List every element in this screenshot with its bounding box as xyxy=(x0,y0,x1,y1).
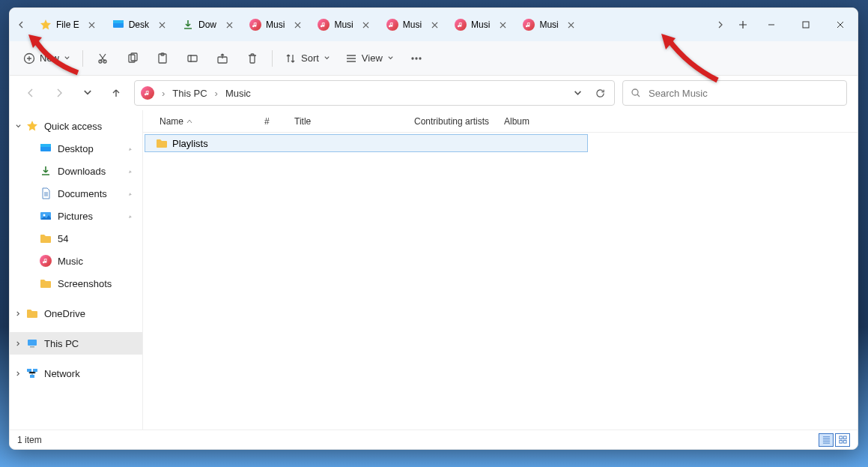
refresh-button[interactable] xyxy=(592,85,608,101)
sidebar-this-pc[interactable]: This PC xyxy=(10,332,142,355)
breadcrumb-this-pc[interactable]: This PC xyxy=(172,88,207,99)
svg-rect-1 xyxy=(113,20,124,23)
svg-rect-20 xyxy=(28,340,37,346)
breadcrumb-root-icon[interactable] xyxy=(141,86,154,100)
sidebar-item-54[interactable]: 54 xyxy=(10,227,142,250)
sidebar-item-screenshots[interactable]: Screenshots xyxy=(10,272,142,295)
sidebar-item-label: Network xyxy=(44,368,80,379)
tab-close[interactable] xyxy=(85,18,99,31)
sidebar-network[interactable]: Network xyxy=(10,362,142,385)
column-contrib[interactable]: Contributing artists xyxy=(408,116,498,127)
chevron-right-icon[interactable] xyxy=(13,340,23,347)
tab-close[interactable] xyxy=(496,18,509,31)
cut-button[interactable] xyxy=(89,46,116,70)
desktop-icon xyxy=(112,19,124,31)
tab-scroll-right[interactable] xyxy=(709,8,732,41)
pictures-icon xyxy=(40,210,52,222)
svg-point-19 xyxy=(43,214,46,217)
column-title[interactable]: Title xyxy=(288,116,408,127)
chevron-right-icon[interactable] xyxy=(13,310,23,317)
star-icon xyxy=(26,120,38,132)
tab-music[interactable]: Musi xyxy=(515,12,582,37)
view-button[interactable]: View xyxy=(339,46,400,70)
column-label: Title xyxy=(294,116,311,127)
tab-music[interactable]: Musi xyxy=(447,12,514,37)
sidebar-onedrive[interactable]: OneDrive xyxy=(10,302,142,325)
search-input[interactable] xyxy=(647,87,839,100)
svg-rect-2 xyxy=(803,22,809,28)
column-album[interactable]: Album xyxy=(498,116,580,127)
recent-button[interactable] xyxy=(77,82,98,103)
sidebar-item-label: Desktop xyxy=(58,143,94,154)
tab-scroll-left[interactable] xyxy=(10,8,32,41)
sidebar-item-documents[interactable]: Documents xyxy=(10,182,142,205)
column-name[interactable]: Name xyxy=(154,116,258,127)
tab-close[interactable] xyxy=(155,18,169,31)
address-bar[interactable]: › This PC › Music xyxy=(134,80,615,106)
breadcrumb-music[interactable]: Music xyxy=(225,88,251,99)
minimize-button[interactable] xyxy=(754,8,789,41)
back-button[interactable] xyxy=(20,82,41,103)
sidebar-item-music[interactable]: Music xyxy=(10,250,142,272)
separator xyxy=(82,50,83,67)
separator xyxy=(272,50,273,67)
sidebar-item-pictures[interactable]: Pictures xyxy=(10,205,142,227)
forward-button[interactable] xyxy=(49,82,70,103)
details-view-button[interactable] xyxy=(819,433,834,447)
chevron-right-icon[interactable] xyxy=(13,370,23,377)
tab-music[interactable]: Musi xyxy=(242,12,309,37)
view-switch xyxy=(819,433,850,447)
sort-button[interactable]: Sort xyxy=(279,46,336,70)
search-box[interactable] xyxy=(622,80,847,106)
thumbnails-view-button[interactable] xyxy=(835,433,850,447)
delete-button[interactable] xyxy=(239,46,266,70)
tab-close[interactable] xyxy=(565,18,578,31)
new-tab-button[interactable] xyxy=(732,8,754,41)
sidebar-item-label: Downloads xyxy=(58,166,106,177)
copy-button[interactable] xyxy=(119,46,146,70)
tab-close[interactable] xyxy=(359,18,373,31)
chevron-right-icon[interactable]: › xyxy=(213,88,219,99)
maximize-button[interactable] xyxy=(789,8,823,41)
tab-label: Musi xyxy=(471,19,490,30)
rename-button[interactable] xyxy=(179,46,206,70)
tab-desktop[interactable]: Desk xyxy=(105,12,173,37)
tab-label: Musi xyxy=(266,19,285,30)
more-button[interactable] xyxy=(403,46,430,70)
sidebar-item-label: Music xyxy=(58,256,83,267)
new-button[interactable]: New xyxy=(17,46,76,70)
chevron-down-icon[interactable] xyxy=(13,123,23,130)
sidebar-item-downloads[interactable]: Downloads xyxy=(10,160,142,182)
tab-close[interactable] xyxy=(428,18,441,31)
address-dropdown[interactable] xyxy=(569,85,586,101)
tab-label: Musi xyxy=(334,19,353,30)
tab-label: Musi xyxy=(403,19,422,30)
tab-file-explorer[interactable]: File E xyxy=(32,12,103,37)
sidebar-item-desktop[interactable]: Desktop xyxy=(10,137,142,160)
document-icon xyxy=(40,187,52,199)
search-icon xyxy=(631,88,641,98)
folder-icon xyxy=(40,277,52,289)
sidebar-quick-access[interactable]: Quick access xyxy=(10,115,142,137)
column-track-num[interactable]: # xyxy=(258,116,288,127)
content-area: Name # Title Contributing artists Album … xyxy=(143,110,858,430)
sidebar-item-label: 54 xyxy=(58,233,68,244)
tab-close[interactable] xyxy=(291,18,304,31)
tab-music[interactable]: Musi xyxy=(310,12,377,37)
tab-close[interactable] xyxy=(222,18,236,31)
svg-rect-23 xyxy=(33,369,37,372)
paste-button[interactable] xyxy=(149,46,176,70)
pin-icon xyxy=(124,164,137,178)
tab-downloads[interactable]: Dow xyxy=(174,12,240,37)
chevron-right-icon[interactable]: › xyxy=(160,88,166,99)
tab-music[interactable]: Musi xyxy=(379,12,446,37)
close-window-button[interactable] xyxy=(823,8,858,41)
tab-strip: File E Desk Dow Musi xyxy=(32,8,709,41)
share-button[interactable] xyxy=(209,46,236,70)
file-row-playlists[interactable]: Playlists xyxy=(145,134,588,152)
svg-point-15 xyxy=(632,89,638,95)
svg-point-14 xyxy=(419,58,421,59)
sidebar-item-label: OneDrive xyxy=(44,308,85,319)
up-button[interactable] xyxy=(106,82,127,103)
music-icon xyxy=(455,19,467,31)
